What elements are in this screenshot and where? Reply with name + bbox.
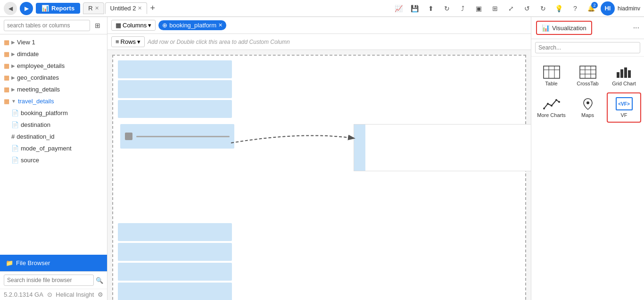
table-icon: ▦ [4,39,9,46]
visualization-button[interactable]: 📊 Visualization [536,21,592,35]
share-icon[interactable]: ⤴ [456,2,470,15]
columns-dropdown-icon: ▾ [148,22,151,29]
sidebar-item-view1[interactable]: ▦ ▶ View 1 [0,36,107,48]
canvas-content[interactable]: ↗ [107,50,531,300]
rows-button[interactable]: ≡ Rows ▾ [111,36,145,47]
drag-line [136,136,230,137]
viz-crosstab[interactable]: CrossTab [570,61,605,91]
field-icon: 📄 [11,157,19,164]
version-info: 5.2.0.1314 GA ⊙ Helical Insight ⚙ [0,289,107,300]
save-icon[interactable]: 💾 [408,2,421,15]
viz-maps[interactable]: Maps [570,92,605,123]
field-icon: 📄 [11,121,19,128]
sidebar-item-dimdate[interactable]: ▦ ▶ dimdate [0,48,107,60]
drop-left-indicator [354,125,365,171]
username-label: hiadminv [618,5,640,12]
arrow-icon: ▶ [11,51,15,57]
bar-chart-icon: 📊 [41,5,49,12]
viz-gridchart[interactable]: Grid Chart [607,61,641,91]
help-icon[interactable]: ? [569,2,582,15]
drag-element[interactable] [120,124,234,149]
sidebar-item-booking-platform[interactable]: 📄 booking_platform [0,107,107,119]
user-avatar[interactable]: HI [601,1,615,16]
placeholder-row [118,283,232,300]
viz-table[interactable]: Table [534,61,569,91]
bulb-icon[interactable]: 💡 [553,2,566,15]
visualization-grid: Table CrossTab [531,57,644,127]
viz-morecharts[interactable]: More Charts [534,92,569,123]
export-icon[interactable]: ⬆ [424,2,438,15]
placeholder-row [118,80,232,98]
more-options-button[interactable]: ··· [633,24,639,32]
version-label: 5.2.0.1314 GA [4,291,43,298]
tab-untitled2-close[interactable]: ✕ [138,5,142,11]
arrow-icon: ▶ [11,87,15,92]
line-chart-icon[interactable]: 📈 [392,2,405,15]
main-area: ⊞ ▦ ▶ View 1 ▦ ▶ dimdate ▦ ▶ employee_de… [0,17,644,300]
sidebar-item-destination[interactable]: 📄 destination [0,119,107,131]
redo-icon[interactable]: ↻ [537,2,550,15]
add-row-hint: Add row or Double click this area to add… [148,39,289,45]
file-browser-section[interactable]: 📁 File Browser [0,255,107,271]
tab-untitled2[interactable]: Untitled 2 ✕ [105,2,148,14]
placeholder-row [118,100,232,118]
vf-viz-label: VF [620,112,627,118]
canvas-area: ▦ Columns ▾ ⊕ booking_platform ✕ ≡ Rows … [107,17,531,300]
booking-platform-chip[interactable]: ⊕ booking_platform ✕ [158,20,226,30]
search-icon: 🔍 [96,277,103,284]
columns-button[interactable]: ▦ Columns ▾ [111,20,156,31]
sidebar-item-source[interactable]: 📄 source [0,154,107,166]
placeholder-rows-bottom [118,223,232,300]
file-browser-search-input[interactable] [4,275,94,286]
sidebar-item-destination-id[interactable]: # destination_id [0,131,107,142]
search-input[interactable] [4,20,90,31]
table-viz-icon [543,66,560,79]
folder-icon: 📁 [6,259,13,267]
sidebar-item-employee-details[interactable]: ▦ ▶ employee_details [0,60,107,72]
tab-add-button[interactable]: + [148,3,157,13]
sidebar-item-meeting-details[interactable]: ▦ ▶ meeting_details [0,83,107,95]
sidebar-item-geo-cordinates[interactable]: ▦ ▶ geo_cordinates [0,72,107,83]
sidebar-tree: ▦ ▶ View 1 ▦ ▶ dimdate ▦ ▶ employee_deta… [0,34,107,255]
placeholder-rows-top [118,60,232,118]
viz-search-input[interactable] [535,42,640,53]
tab-r[interactable]: R ✕ [83,2,104,14]
sidebar-item-travel-details[interactable]: ▦ ▼ travel_details [0,95,107,107]
sidebar-item-mode-of-payment[interactable]: 📄 mode_of_payment [0,142,107,154]
placeholder-row [118,263,232,281]
morecharts-viz-icon [543,97,560,110]
forward-button[interactable]: ▶ [20,2,33,15]
drop-target[interactable] [354,124,531,171]
crosstab-viz-icon [579,66,596,79]
chip-move-icon: ⊕ [162,22,167,29]
rows-icon: ≡ [116,38,119,45]
table-viz-label: Table [545,81,557,86]
gridchart-viz-label: Grid Chart [612,81,636,86]
vf-viz-icon: <VF> [616,97,633,110]
viz-vf[interactable]: <VF> VF [607,92,641,123]
table-icon: ▦ [4,50,9,58]
grid-toggle-icon[interactable]: ⊞ [92,20,103,31]
placeholder-row [118,223,232,241]
back-button[interactable]: ◀ [4,2,17,15]
tab-r-close[interactable]: ✕ [95,5,99,11]
undo-icon[interactable]: ↺ [520,2,534,15]
grid-view-icon[interactable]: ⊞ [488,2,502,15]
table-icon: ▦ [4,74,9,81]
sidebar-item-label: mode_of_payment [21,145,72,152]
crosstab-viz-label: CrossTab [577,81,598,86]
sidebar-item-label: geo_cordinates [17,74,59,81]
chip-close-icon[interactable]: ✕ [218,22,223,28]
expand-icon[interactable]: ⤢ [504,2,518,15]
settings-icon[interactable]: ⚙ [98,291,103,298]
notification-button[interactable]: 🔔 2 [585,2,598,15]
svg-rect-12 [628,70,631,78]
refresh-icon[interactable]: ↻ [440,2,454,15]
rows-dropdown-icon: ▾ [137,38,140,45]
layout-icon[interactable]: ▣ [472,2,486,15]
helical-icon: ⊙ [47,291,52,298]
svg-rect-10 [620,69,623,78]
canvas-drop-area[interactable]: ↗ [112,55,526,300]
topbar-left: ◀ ▶ 📊 Reports [4,2,80,15]
reports-breadcrumb[interactable]: 📊 Reports [36,3,80,14]
